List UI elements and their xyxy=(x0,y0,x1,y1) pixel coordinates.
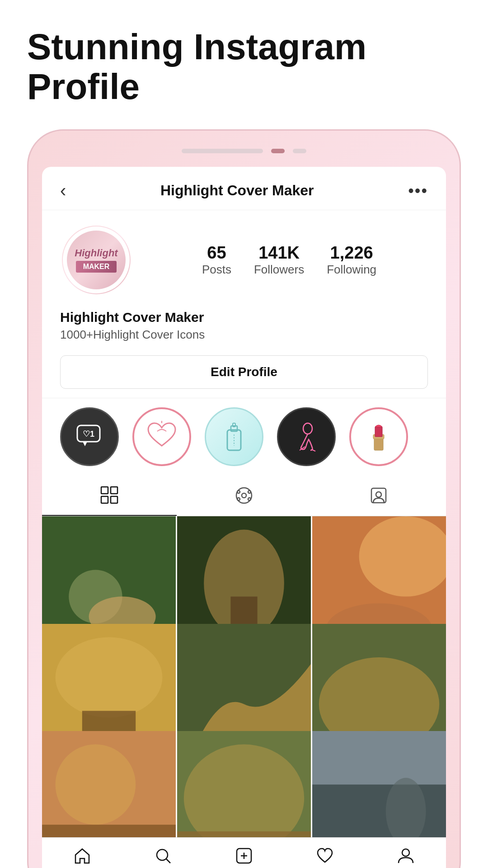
search-icon xyxy=(154,847,172,865)
dot-3 xyxy=(293,149,306,153)
more-options-button[interactable]: ••• xyxy=(408,181,428,200)
stat-followers[interactable]: 141K Followers xyxy=(254,243,304,277)
nav-profile[interactable] xyxy=(365,847,446,865)
followers-label: Followers xyxy=(254,263,304,276)
svg-point-56 xyxy=(402,849,409,856)
following-count: 1,226 xyxy=(327,243,376,263)
tab-grid[interactable] xyxy=(42,475,177,516)
nav-search[interactable] xyxy=(123,847,204,865)
grid-photo-8[interactable] xyxy=(177,731,311,837)
ig-tabs xyxy=(42,475,446,516)
avatar-text: Highlight xyxy=(75,247,117,259)
svg-point-25 xyxy=(376,492,381,497)
highlight-lipstick[interactable] xyxy=(349,407,408,466)
svg-marker-2 xyxy=(83,442,87,446)
avatar-content: Highlight MAKER xyxy=(67,231,126,289)
highlight-circle-lipstick xyxy=(349,407,408,466)
page-title: Stunning Instagram Profile xyxy=(27,27,461,107)
edit-profile-button[interactable]: Edit Profile xyxy=(60,355,428,389)
ig-bottom-nav xyxy=(42,837,446,868)
perfume-icon xyxy=(218,419,250,455)
svg-rect-14 xyxy=(101,487,108,494)
profile-section: Highlight MAKER 65 Posts 141K Followers … xyxy=(42,210,446,310)
grid-photo-9[interactable] xyxy=(312,731,446,837)
avatar-banner: MAKER xyxy=(76,261,117,273)
stat-posts: 65 Posts xyxy=(202,243,231,277)
posts-count: 65 xyxy=(202,243,231,263)
reels-icon xyxy=(234,486,254,505)
dot-2 xyxy=(271,149,285,153)
page-header: Stunning Instagram Profile xyxy=(0,0,488,120)
svg-point-20 xyxy=(237,491,240,493)
tab-tagged[interactable] xyxy=(311,475,446,516)
back-button[interactable]: ‹ xyxy=(60,180,66,201)
bio: 1000+Highlight Cover Icons xyxy=(60,328,428,342)
posts-label: Posts xyxy=(202,263,231,276)
svg-point-8 xyxy=(303,423,312,434)
photo-grid xyxy=(42,516,446,837)
notification-icon: ♡1 xyxy=(74,421,105,453)
highlight-circle-perfume xyxy=(205,407,263,466)
highlight-flamingo[interactable] xyxy=(277,407,336,466)
add-post-icon xyxy=(235,847,253,865)
hearts-icon xyxy=(144,419,180,455)
phone-mockup: ‹ Highlight Cover Maker ••• Highlight MA… xyxy=(27,129,461,868)
nav-home[interactable] xyxy=(42,847,123,865)
svg-text:♡1: ♡1 xyxy=(83,429,94,439)
svg-rect-13 xyxy=(375,427,382,437)
svg-rect-44 xyxy=(42,825,176,837)
nav-heart[interactable] xyxy=(284,847,365,865)
tagged-icon xyxy=(369,486,389,505)
svg-rect-47 xyxy=(177,831,311,837)
profile-stats: 65 Posts 141K Followers 1,226 Following xyxy=(150,243,428,277)
highlight-hearts[interactable] xyxy=(132,407,191,466)
svg-point-23 xyxy=(248,498,251,500)
highlight-notifications[interactable]: ♡1 xyxy=(60,407,119,466)
nav-add[interactable] xyxy=(204,847,285,865)
person-icon xyxy=(397,847,415,865)
svg-point-21 xyxy=(248,491,251,493)
svg-rect-16 xyxy=(101,496,108,503)
profile-info: Highlight Cover Maker 1000+Highlight Cov… xyxy=(42,310,446,351)
username: Highlight Cover Maker xyxy=(60,310,428,325)
stat-following[interactable]: 1,226 Following xyxy=(327,243,376,277)
grid-photo-7[interactable] xyxy=(42,731,176,837)
highlight-circle-flamingo xyxy=(277,407,336,466)
lipstick-icon xyxy=(365,419,392,455)
ig-nav-bar: ‹ Highlight Cover Maker ••• xyxy=(42,167,446,210)
svg-point-51 xyxy=(157,849,168,860)
tab-reels[interactable] xyxy=(177,475,311,516)
svg-point-22 xyxy=(237,498,240,500)
avatar: Highlight MAKER xyxy=(60,224,132,296)
dot-1 xyxy=(182,149,263,153)
pagination-dots xyxy=(182,149,306,153)
grid-icon xyxy=(99,485,119,505)
highlights-strip: ♡1 xyxy=(42,398,446,475)
home-icon xyxy=(73,847,91,865)
instagram-screen: ‹ Highlight Cover Maker ••• Highlight MA… xyxy=(42,167,446,868)
following-label: Following xyxy=(327,263,376,276)
svg-point-43 xyxy=(56,745,136,825)
svg-rect-15 xyxy=(111,487,117,494)
highlight-circle-notifications: ♡1 xyxy=(60,407,119,466)
heart-icon xyxy=(316,847,334,865)
highlight-perfume[interactable] xyxy=(205,407,263,466)
svg-rect-17 xyxy=(111,496,117,503)
followers-count: 141K xyxy=(254,243,304,263)
svg-rect-49 xyxy=(312,785,446,837)
svg-line-52 xyxy=(166,859,170,863)
svg-point-36 xyxy=(56,637,163,717)
svg-point-19 xyxy=(242,493,246,498)
ig-nav-title: Highlight Cover Maker xyxy=(160,182,314,199)
avatar-inner: Highlight MAKER xyxy=(63,226,130,293)
flamingo-icon xyxy=(291,419,322,455)
highlight-circle-hearts xyxy=(132,407,191,466)
